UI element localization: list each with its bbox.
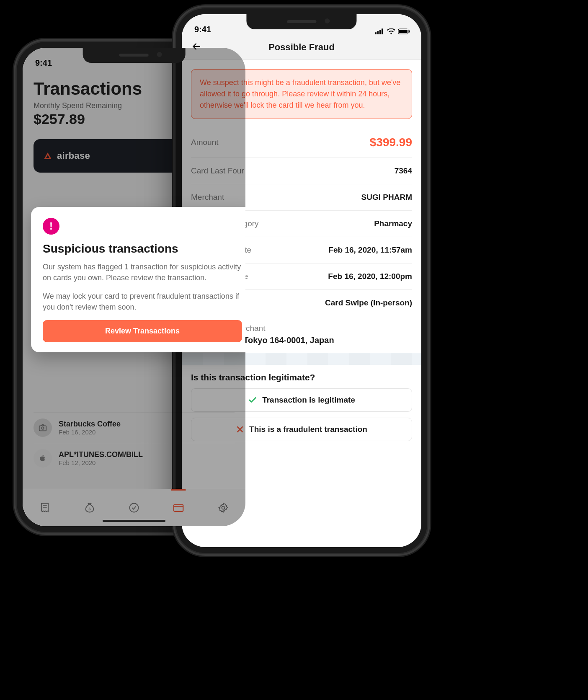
value-last4: 7364	[395, 166, 412, 176]
home-indicator[interactable]	[103, 520, 165, 522]
value-category: Pharmacy	[374, 219, 412, 228]
choice-fraudulent-label: This is a fraudulent transaction	[249, 425, 367, 434]
status-time: 9:41	[194, 25, 211, 34]
value-settle-date: Feb 16, 2020, 12:00pm	[328, 272, 412, 281]
value-method: Card Swipe (In-person)	[325, 298, 412, 307]
review-transactions-button[interactable]: Review Transactions	[43, 320, 242, 342]
suspicious-modal: ! Suspicious transactions Our system has…	[31, 207, 245, 352]
wifi-icon	[387, 28, 395, 34]
value-txn-date: Feb 16, 2020, 11:57am	[328, 245, 412, 255]
svg-rect-14	[377, 31, 379, 34]
screen-title: Possible Fraud	[268, 42, 335, 53]
svg-rect-15	[379, 30, 381, 34]
svg-rect-13	[375, 32, 377, 34]
alert-icon: !	[43, 218, 59, 235]
svg-rect-18	[399, 30, 407, 33]
modal-heading: Suspicious transactions	[43, 242, 242, 256]
notch	[246, 14, 356, 29]
modal-body-1: Our system has flagged 1 transaction for…	[43, 261, 242, 283]
value-merchant: SUGI PHARM	[361, 193, 412, 202]
notch	[83, 48, 186, 63]
svg-rect-16	[382, 28, 383, 34]
svg-rect-19	[409, 31, 410, 33]
value-amount: $399.99	[370, 136, 412, 149]
cellular-icon	[375, 28, 384, 34]
phone-left: 9:41 Transactions Monthly Spend Remainin…	[17, 42, 251, 532]
battery-icon	[398, 28, 410, 34]
status-icons	[375, 28, 410, 34]
check-icon	[248, 395, 257, 405]
modal-body-2: We may lock your card to prevent fraudul…	[43, 291, 242, 313]
choice-legitimate-label: Transaction is legitimate	[262, 395, 355, 405]
